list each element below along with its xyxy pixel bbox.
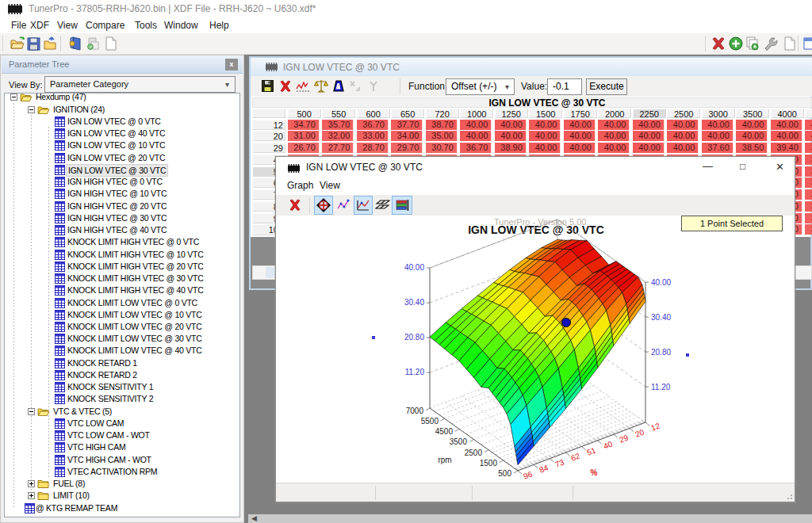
svg-text:40: 40 <box>602 439 614 451</box>
svg-text:11.20: 11.20 <box>651 383 671 391</box>
svg-text:20: 20 <box>634 427 645 439</box>
svg-text:40.00: 40.00 <box>651 278 671 287</box>
svg-text:62: 62 <box>569 451 581 463</box>
svg-text:4500: 4500 <box>435 427 454 436</box>
svg-text:20.80: 20.80 <box>651 348 671 357</box>
svg-text:11.20: 11.20 <box>405 368 425 376</box>
svg-text:51: 51 <box>585 445 597 457</box>
svg-text:7000: 7000 <box>406 407 424 415</box>
svg-text:96: 96 <box>522 469 534 481</box>
svg-text:5500: 5500 <box>421 417 439 426</box>
svg-text:3500: 3500 <box>450 437 468 446</box>
svg-text:%: % <box>591 468 598 477</box>
svg-text:40.00: 40.00 <box>404 263 424 272</box>
svg-text:1500: 1500 <box>480 459 498 468</box>
svg-text:30.40: 30.40 <box>651 313 671 322</box>
svg-text:12: 12 <box>649 421 661 433</box>
svg-text:500: 500 <box>498 469 511 478</box>
svg-text:73: 73 <box>553 457 565 469</box>
svg-text:29: 29 <box>618 433 630 445</box>
svg-text:20.80: 20.80 <box>404 333 424 342</box>
svg-text:84: 84 <box>538 463 550 475</box>
svg-text:2500: 2500 <box>465 449 483 457</box>
svg-text:rpm: rpm <box>438 456 451 464</box>
svg-text:30.40: 30.40 <box>404 298 424 307</box>
